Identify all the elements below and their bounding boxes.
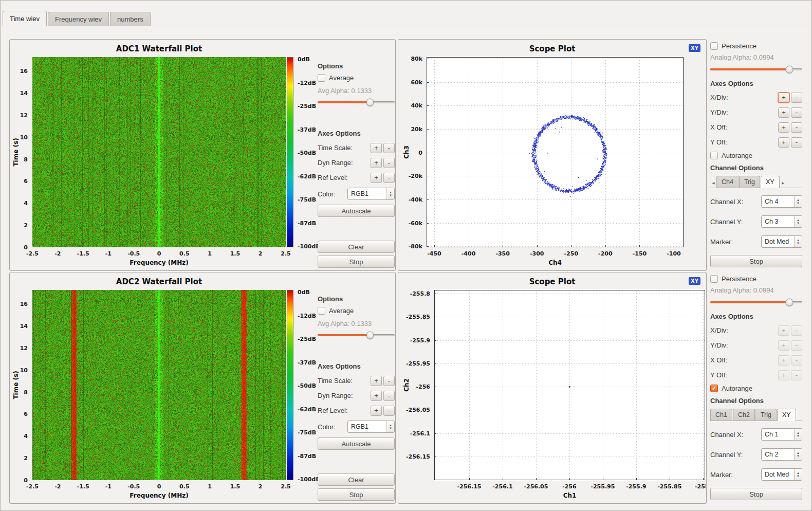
persistence-checkbox-row[interactable]: Persistence bbox=[710, 275, 802, 283]
tick-label: 8 bbox=[24, 156, 28, 162]
spin-down-icon[interactable]: ▾ bbox=[797, 202, 799, 205]
y-off-minus-button[interactable]: - bbox=[791, 137, 802, 148]
autorange-checkbox[interactable] bbox=[710, 152, 718, 159]
average-checkbox[interactable] bbox=[318, 74, 325, 82]
persistence-checkbox-row[interactable]: Persistence bbox=[710, 42, 802, 50]
time-scale-plus-button[interactable]: + bbox=[371, 376, 382, 386]
y-div-plus-button[interactable]: + bbox=[778, 340, 789, 351]
average-checkbox-row[interactable]: Average bbox=[318, 307, 395, 315]
channel-x-spinbox[interactable]: Ch 4 ▴ ▾ bbox=[761, 195, 802, 208]
spin-down-icon[interactable]: ▾ bbox=[390, 427, 392, 430]
persistence-checkbox[interactable] bbox=[710, 275, 718, 283]
y-off-plus-button[interactable]: + bbox=[778, 137, 789, 148]
y-div-plus-button[interactable]: + bbox=[778, 107, 789, 118]
clear-button[interactable]: Clear bbox=[318, 241, 395, 253]
channel-tab-xy[interactable]: XY bbox=[777, 409, 796, 421]
marker-spinbox[interactable]: Dot Med ▴ ▾ bbox=[761, 468, 802, 481]
spin-down-icon[interactable]: ▾ bbox=[797, 454, 799, 458]
stop-button[interactable]: Stop bbox=[710, 255, 802, 267]
dyn-range-plus-button[interactable]: + bbox=[371, 158, 382, 168]
channel-tab-xy[interactable]: XY bbox=[761, 176, 780, 188]
channel-tab-trig[interactable]: Trig bbox=[755, 409, 777, 421]
slider-handle[interactable] bbox=[366, 332, 374, 339]
analog-alpha-slider[interactable] bbox=[710, 298, 802, 306]
scope-top-canvas[interactable] bbox=[427, 57, 684, 247]
ref-level-minus-button[interactable]: - bbox=[383, 406, 395, 416]
slider-fill bbox=[318, 101, 370, 103]
average-checkbox[interactable] bbox=[318, 307, 325, 315]
autoscale-button[interactable]: Autoscale bbox=[318, 437, 395, 450]
avg-alpha-slider[interactable] bbox=[318, 98, 395, 106]
scope-bottom-canvas[interactable] bbox=[434, 290, 705, 480]
ref-level-plus-button[interactable]: + bbox=[371, 173, 382, 183]
ref-level-minus-button[interactable]: - bbox=[383, 173, 395, 183]
color-spinbox[interactable]: RGB1 ▴ ▾ bbox=[347, 188, 395, 200]
channel-y-spinbox[interactable]: Ch 2 ▴ ▾ bbox=[761, 448, 802, 461]
spin-down-icon[interactable]: ▾ bbox=[797, 474, 799, 478]
stop-button[interactable]: Stop bbox=[710, 488, 802, 500]
x-off-plus-button[interactable]: + bbox=[778, 355, 789, 366]
time-scale-plus-button[interactable]: + bbox=[371, 143, 382, 153]
y-off-plus-button[interactable]: + bbox=[778, 370, 789, 380]
adc1-waterfall-canvas[interactable] bbox=[32, 57, 286, 247]
spinner-arrows[interactable]: ▴ ▾ bbox=[794, 196, 802, 207]
y-div-minus-button[interactable]: - bbox=[791, 107, 802, 118]
x-off-minus-button[interactable]: - bbox=[791, 122, 802, 133]
stop-button[interactable]: Stop bbox=[318, 256, 395, 268]
autorange-checkbox[interactable]: ✓ bbox=[710, 385, 718, 392]
spin-down-icon[interactable]: ▾ bbox=[390, 194, 392, 197]
analog-alpha-slider[interactable] bbox=[710, 65, 802, 73]
dyn-range-minus-button[interactable]: - bbox=[383, 158, 395, 168]
channel-tab-trig[interactable]: Trig bbox=[739, 176, 760, 188]
marker-spinbox[interactable]: Dot Med ▴ ▾ bbox=[761, 235, 802, 248]
x-div-plus-button[interactable]: + bbox=[778, 325, 789, 336]
tab-scroll-left-icon[interactable]: ◂ bbox=[710, 177, 716, 188]
y-off-minus-button[interactable]: - bbox=[791, 370, 802, 380]
channel-y-spinbox[interactable]: Ch 3 ▴ ▾ bbox=[761, 215, 802, 228]
autoscale-button[interactable]: Autoscale bbox=[318, 205, 395, 217]
spin-down-icon[interactable]: ▾ bbox=[797, 242, 799, 245]
channel-tab-ch2[interactable]: Ch2 bbox=[733, 409, 755, 421]
tab-frequency-view[interactable]: Frequency wiev bbox=[48, 12, 109, 26]
x-off-plus-button[interactable]: + bbox=[778, 122, 789, 133]
x-div-label: X/Div: bbox=[710, 326, 778, 334]
clear-button[interactable]: Clear bbox=[318, 473, 395, 486]
slider-handle[interactable] bbox=[785, 299, 793, 306]
x-div-minus-button[interactable]: - bbox=[791, 325, 802, 336]
tab-scroll-right-icon[interactable]: ▸ bbox=[780, 177, 786, 188]
slider-handle[interactable] bbox=[785, 66, 793, 74]
adc2-waterfall-canvas[interactable] bbox=[32, 290, 286, 480]
spin-down-icon[interactable]: ▾ bbox=[797, 222, 799, 225]
autorange-checkbox-row[interactable]: ✓ Autorange bbox=[710, 385, 802, 392]
tab-numbers[interactable]: numbers bbox=[110, 12, 151, 26]
x-div-plus-button[interactable]: + bbox=[778, 93, 789, 103]
time-scale-minus-button[interactable]: - bbox=[383, 143, 395, 153]
time-scale-minus-button[interactable]: - bbox=[383, 376, 395, 386]
spinner-arrows[interactable]: ▴ ▾ bbox=[794, 216, 802, 227]
stop-button[interactable]: Stop bbox=[318, 488, 395, 501]
avg-alpha-slider[interactable] bbox=[318, 331, 395, 339]
ref-level-plus-button[interactable]: + bbox=[371, 406, 382, 416]
autorange-checkbox-row[interactable]: Autorange bbox=[710, 152, 802, 159]
spinner-arrows[interactable]: ▴ ▾ bbox=[794, 449, 802, 460]
dyn-range-minus-button[interactable]: - bbox=[383, 391, 395, 401]
spinner-arrows[interactable]: ▴ ▾ bbox=[794, 236, 802, 247]
tab-time-view[interactable]: Time wiev bbox=[3, 11, 47, 26]
slider-handle[interactable] bbox=[366, 99, 374, 106]
channel-tab-ch1[interactable]: Ch1 bbox=[710, 409, 732, 421]
y-div-minus-button[interactable]: - bbox=[791, 340, 802, 351]
x-off-minus-button[interactable]: - bbox=[791, 355, 802, 366]
average-checkbox-row[interactable]: Average bbox=[318, 74, 395, 82]
y-off-row: Y Off: + - bbox=[710, 370, 802, 380]
channel-x-spinbox[interactable]: Ch 1 ▴ ▾ bbox=[761, 428, 802, 441]
spinner-arrows[interactable]: ▴ ▾ bbox=[386, 188, 394, 199]
spinner-arrows[interactable]: ▴ ▾ bbox=[794, 429, 802, 440]
color-spinbox[interactable]: RGB1 ▴ ▾ bbox=[347, 421, 395, 433]
spinner-arrows[interactable]: ▴ ▾ bbox=[386, 421, 394, 432]
spinner-arrows[interactable]: ▴ ▾ bbox=[794, 469, 802, 480]
channel-tab-ch4[interactable]: Ch4 bbox=[716, 176, 739, 188]
persistence-checkbox[interactable] bbox=[710, 42, 718, 50]
spin-down-icon[interactable]: ▾ bbox=[797, 434, 799, 437]
dyn-range-plus-button[interactable]: + bbox=[371, 391, 382, 401]
x-div-minus-button[interactable]: - bbox=[791, 93, 802, 103]
